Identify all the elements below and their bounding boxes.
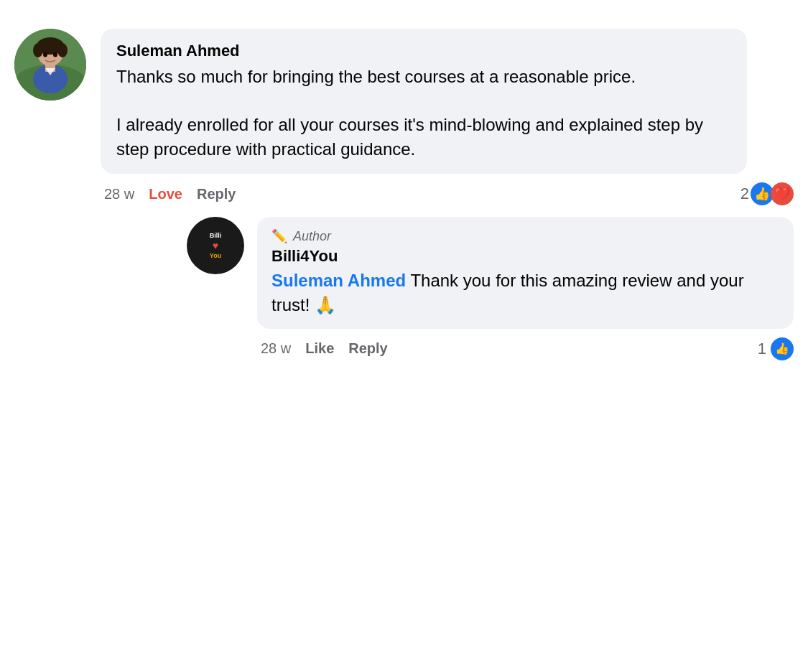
avatar-billi4you: Billi ♥ You xyxy=(187,217,244,274)
svg-point-4 xyxy=(33,43,43,57)
svg-point-8 xyxy=(43,52,47,57)
reply-text: Suleman Ahmed Thank you for this amazing… xyxy=(271,269,779,317)
comment-meta: 28 w Love Reply 2 👍 ❤️ xyxy=(101,182,794,205)
reply-reaction-count: 1 xyxy=(758,340,766,358)
svg-point-9 xyxy=(53,52,57,57)
heart-icon: ❤️ xyxy=(774,186,790,202)
mention-link[interactable]: Suleman Ahmed xyxy=(271,271,406,290)
reply-author: Billi4You xyxy=(271,247,779,266)
love-button[interactable]: Love xyxy=(149,186,182,202)
comment-author: Suleman Ahmed xyxy=(116,42,731,60)
comment-item: Suleman Ahmed Thanks so much for bringin… xyxy=(14,29,794,360)
like-button[interactable]: Like xyxy=(305,340,334,357)
reactions: 2 👍 ❤️ xyxy=(740,182,794,205)
author-label: Author xyxy=(293,229,331,244)
svg-point-5 xyxy=(57,43,68,57)
reply-like-icon: 👍 xyxy=(771,337,794,360)
avatar xyxy=(14,29,86,101)
reply-bubble: ✏️ Author Billi4You Suleman Ahmed Thank … xyxy=(257,217,794,328)
reaction-icons: 👍 ❤️ xyxy=(753,182,794,205)
comment-bubble: Suleman Ahmed Thanks so much for bringin… xyxy=(101,29,747,174)
thumbs-up-icon: 👍 xyxy=(754,186,770,202)
reply-time: 28 w xyxy=(261,340,291,357)
billi-logo: Billi ♥ You xyxy=(210,232,222,259)
reply-section: Billi ♥ You ✏️ Author Billi4You xyxy=(187,217,794,360)
reaction-count: 2 xyxy=(740,185,749,203)
reply-button[interactable]: Reply xyxy=(197,186,236,202)
reply-meta: 28 w Like Reply 1 👍 xyxy=(257,337,794,360)
author-badge: ✏️ Author xyxy=(271,228,779,244)
reply-thumbs-icon: 👍 xyxy=(775,342,789,355)
reply-reply-button[interactable]: Reply xyxy=(348,340,387,357)
comments-container: Suleman Ahmed Thanks so much for bringin… xyxy=(14,22,794,382)
reply-reactions: 1 👍 xyxy=(758,337,794,360)
pencil-icon: ✏️ xyxy=(271,228,287,244)
comment-time: 28 w xyxy=(104,186,134,202)
love-reaction-icon: ❤️ xyxy=(771,182,794,205)
comment-text-1: Thanks so much for bringing the best cou… xyxy=(116,65,731,161)
